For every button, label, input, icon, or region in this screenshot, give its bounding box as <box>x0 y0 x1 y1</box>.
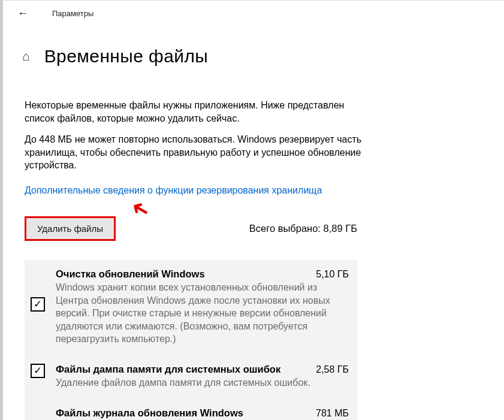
item-head: Файлы журнала обновления Windows 781 МБ <box>56 407 349 419</box>
list-item: ✓ Очистка обновлений Windows 5,10 ГБ Win… <box>31 268 349 346</box>
list-item: Файлы журнала обновления Windows 781 МБ … <box>31 407 349 420</box>
content-area: Некоторые временные файлы нужны приложен… <box>25 99 366 420</box>
page-header: ⌂ Временные файлы <box>22 46 497 67</box>
item-title: Файлы журнала обновления Windows <box>56 407 243 419</box>
item-body: Очистка обновлений Windows 5,10 ГБ Windo… <box>56 268 349 346</box>
item-size: 5,10 ГБ <box>316 269 349 280</box>
action-row: Удалить файлы ➜ Всего выбрано: 8,89 ГБ <box>25 216 357 241</box>
back-icon[interactable]: ← <box>17 7 34 20</box>
delete-files-button[interactable]: Удалить файлы <box>25 216 116 241</box>
topbar: ← Параметры <box>3 1 497 26</box>
annotation-arrow-icon: ➜ <box>126 194 155 225</box>
topbar-title: Параметры <box>52 9 93 18</box>
description-1: Некоторые временные файлы нужны приложен… <box>25 99 366 125</box>
description-2: До 448 МБ не может повторно использовать… <box>25 133 366 172</box>
checkbox-memory-dump-files[interactable]: ✓ <box>31 364 45 378</box>
list-item: ✓ Файлы дампа памяти для системных ошибо… <box>31 364 349 389</box>
item-head: Очистка обновлений Windows 5,10 ГБ <box>56 268 349 280</box>
checkbox-windows-update-cleanup[interactable]: ✓ <box>31 297 45 312</box>
item-body: Файлы журнала обновления Windows 781 МБ … <box>56 407 349 420</box>
item-desc: Удаление файлов дампа памяти для системн… <box>56 376 349 389</box>
home-icon[interactable]: ⌂ <box>22 49 30 64</box>
reserved-storage-link[interactable]: Дополнительные сведения о функции резерв… <box>25 185 322 196</box>
settings-window: ← Параметры ⌂ Временные файлы Некоторые … <box>0 0 504 420</box>
item-size: 2,58 ГБ <box>316 364 349 375</box>
selected-total-label: Всего выбрано: 8,89 ГБ <box>249 223 357 234</box>
item-head: Файлы дампа памяти для системных ошибок … <box>56 364 349 375</box>
item-title: Очистка обновлений Windows <box>56 268 205 280</box>
item-size: 781 МБ <box>316 408 349 419</box>
page-title: Временные файлы <box>44 46 209 67</box>
item-title: Файлы дампа памяти для системных ошибок <box>56 364 280 375</box>
temp-files-list: ✓ Очистка обновлений Windows 5,10 ГБ Win… <box>25 260 357 420</box>
item-body: Файлы дампа памяти для системных ошибок … <box>56 364 349 389</box>
item-desc: Windows хранит копии всех установленных … <box>56 281 349 346</box>
